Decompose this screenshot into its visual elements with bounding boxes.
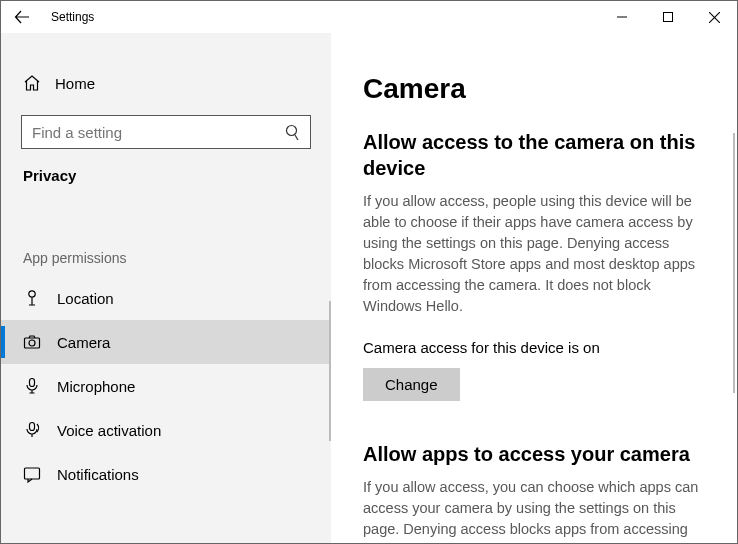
svg-rect-0 (664, 13, 673, 22)
svg-point-4 (29, 340, 35, 346)
search-input[interactable] (21, 115, 311, 149)
sidebar-item-location[interactable]: Location (1, 276, 331, 320)
sidebar-item-label: Location (57, 290, 114, 307)
svg-point-1 (287, 126, 297, 136)
location-icon (23, 289, 41, 307)
voice-activation-icon (23, 421, 41, 439)
window-controls (599, 1, 737, 33)
category-label: Privacy (1, 163, 331, 184)
change-button[interactable]: Change (363, 368, 460, 401)
sidebar-item-voice-activation[interactable]: Voice activation (1, 408, 331, 452)
sidebar-item-label: Microphone (57, 378, 135, 395)
sidebar-item-notifications[interactable]: Notifications (1, 452, 331, 496)
scrollbar[interactable] (733, 133, 735, 393)
home-label: Home (55, 75, 95, 92)
svg-rect-6 (30, 423, 35, 431)
sidebar: Home Privacy App permissions Location (1, 33, 331, 543)
search-icon (285, 124, 301, 140)
section-heading: Allow access to the camera on this devic… (363, 129, 705, 181)
sidebar-item-label: Camera (57, 334, 110, 351)
window-title: Settings (51, 10, 94, 24)
sidebar-item-microphone[interactable]: Microphone (1, 364, 331, 408)
section-heading: Allow apps to access your camera (363, 441, 705, 467)
content-pane: Camera Allow access to the camera on thi… (331, 33, 737, 543)
back-icon[interactable] (13, 8, 31, 26)
sidebar-item-label: Notifications (57, 466, 139, 483)
section-description: If you allow access, you can choose whic… (363, 477, 705, 543)
svg-point-2 (29, 291, 35, 297)
section-description: If you allow access, people using this d… (363, 191, 705, 317)
home-nav[interactable]: Home (1, 63, 331, 103)
minimize-button[interactable] (599, 1, 645, 33)
home-icon (23, 74, 41, 92)
close-button[interactable] (691, 1, 737, 33)
notifications-icon (23, 465, 41, 483)
page-title: Camera (363, 73, 705, 105)
svg-rect-7 (25, 468, 40, 479)
sidebar-item-label: Voice activation (57, 422, 161, 439)
sidebar-item-camera[interactable]: Camera (1, 320, 331, 364)
titlebar: Settings (1, 1, 737, 33)
camera-icon (23, 333, 41, 351)
microphone-icon (23, 377, 41, 395)
svg-rect-5 (30, 379, 35, 387)
section-label: App permissions (1, 250, 331, 266)
access-status: Camera access for this device is on (363, 339, 705, 356)
maximize-button[interactable] (645, 1, 691, 33)
